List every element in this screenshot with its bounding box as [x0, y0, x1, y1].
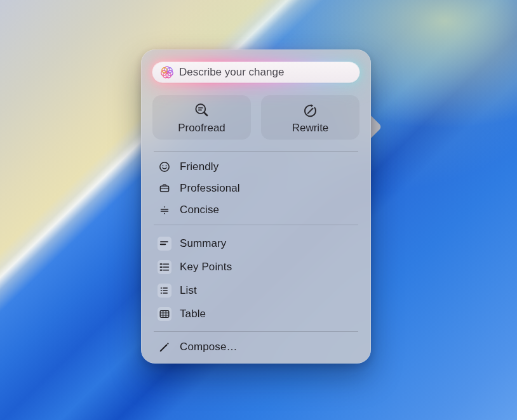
compress-lines-icon: [158, 203, 171, 217]
describe-change-field[interactable]: [152, 62, 359, 82]
proofread-label: Proofread: [178, 122, 225, 133]
popover-panel: Proofread Rewrite: [141, 49, 371, 364]
professional-label: Professional: [180, 182, 240, 195]
apple-intelligence-icon: [160, 65, 174, 79]
divider: [154, 151, 358, 152]
concise-label: Concise: [180, 204, 219, 216]
summary-lines-icon: [158, 237, 171, 251]
bulleted-list-icon: [158, 260, 171, 274]
briefcase-icon: [158, 181, 171, 195]
proofread-button[interactable]: Proofread: [152, 95, 251, 140]
proofread-magnifier-icon: [193, 102, 210, 119]
menu-item-table[interactable]: Table: [141, 302, 371, 325]
compose-pencil-icon: [158, 340, 171, 354]
menu-item-summary[interactable]: Summary: [141, 232, 371, 255]
rewrite-button[interactable]: Rewrite: [261, 95, 359, 140]
primary-actions: Proofread Rewrite: [152, 95, 359, 140]
menu-item-list[interactable]: List: [141, 279, 371, 302]
menu-item-compose[interactable]: Compose…: [141, 336, 371, 358]
menu-item-professional[interactable]: Professional: [141, 178, 371, 199]
rewrite-label: Rewrite: [292, 122, 329, 133]
friendly-label: Friendly: [180, 161, 218, 173]
menu-item-friendly[interactable]: Friendly: [141, 156, 371, 178]
format-menu-group: Summary Key Points: [141, 232, 371, 325]
divider: [154, 225, 358, 225]
compose-menu-group: Compose…: [141, 336, 371, 358]
rewrite-circular-arrow-icon: [302, 102, 319, 119]
list-label: List: [180, 284, 197, 297]
writing-tools-popover: Proofread Rewrite: [141, 49, 371, 364]
divider: [154, 331, 358, 332]
smiley-face-icon: [158, 160, 171, 174]
tone-menu-group: Friendly Professional: [141, 156, 371, 221]
table-label: Table: [180, 308, 206, 320]
compose-label: Compose…: [180, 341, 238, 353]
small-list-icon: [158, 284, 171, 298]
menu-item-concise[interactable]: Concise: [141, 199, 371, 221]
menu-item-key-points[interactable]: Key Points: [141, 255, 371, 279]
summary-label: Summary: [180, 237, 226, 250]
table-grid-icon: [158, 307, 171, 321]
key-points-label: Key Points: [180, 261, 232, 273]
describe-change-field-wrap: [152, 62, 359, 82]
describe-change-input[interactable]: [179, 66, 352, 79]
